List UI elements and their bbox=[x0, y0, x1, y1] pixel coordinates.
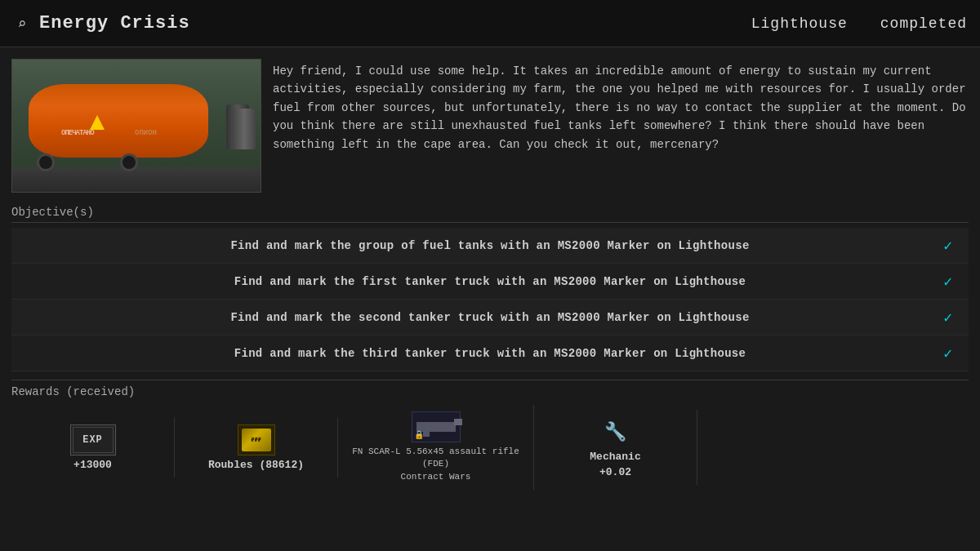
header: ⌕ Energy Crisis Lighthouse completed bbox=[0, 0, 980, 47]
objective-text-1: Find and mark the group of fuel tanks wi… bbox=[230, 239, 749, 252]
lock-icon: 🔒 bbox=[414, 430, 424, 440]
header-right: Lighthouse completed bbox=[751, 16, 967, 32]
objective-row: Find and mark the second tanker truck wi… bbox=[11, 300, 969, 335]
quest-description: Hey friend, I could use some help. It ta… bbox=[273, 59, 969, 193]
quest-search-icon: ⌕ bbox=[13, 15, 31, 33]
objective-check-3: ✓ bbox=[943, 309, 952, 327]
exp-icon: EXP bbox=[70, 424, 116, 455]
roubles-bills-icon: ₽₽₽ bbox=[242, 429, 271, 451]
gun-name: FN SCAR-L 5.56x45 assault rifle (FDE) Co… bbox=[345, 446, 527, 483]
objectives-section: Objective(s) Find and mark the group of … bbox=[11, 206, 969, 371]
reward-gun: 🔒 FN SCAR-L 5.56x45 assault rifle (FDE) … bbox=[338, 405, 534, 490]
header-left: ⌕ Energy Crisis bbox=[13, 13, 190, 33]
exp-value: +13000 bbox=[74, 459, 112, 471]
objective-text-2: Find and mark the first tanker truck wit… bbox=[234, 275, 746, 288]
roubles-label: Roubles (88612) bbox=[208, 459, 304, 471]
objective-text-4: Find and mark the third tanker truck wit… bbox=[234, 347, 746, 360]
quest-intro: ОПЕЧАТАНО ОПИОН Hey friend, I could use … bbox=[11, 59, 969, 193]
objective-check-1: ✓ bbox=[943, 237, 952, 255]
objective-row: Find and mark the group of fuel tanks wi… bbox=[11, 228, 969, 264]
gun-icon: 🔒 bbox=[412, 411, 461, 442]
quest-image: ОПЕЧАТАНО ОПИОН bbox=[11, 59, 261, 193]
mechanic-icon: 🔧 bbox=[597, 416, 635, 447]
quest-status: completed bbox=[880, 16, 967, 32]
objective-row: Find and mark the first tanker truck wit… bbox=[11, 264, 969, 300]
objective-check-4: ✓ bbox=[943, 344, 952, 362]
objective-check-2: ✓ bbox=[943, 273, 952, 291]
reward-exp: EXP +13000 bbox=[11, 418, 175, 478]
objective-row: Find and mark the third tanker truck wit… bbox=[11, 335, 969, 371]
rewards-items: EXP +13000 ₽₽₽ Roubles (88612) 🔒 bbox=[11, 405, 969, 490]
objective-text-3: Find and mark the second tanker truck wi… bbox=[230, 311, 749, 324]
reward-roubles: ₽₽₽ Roubles (88612) bbox=[175, 418, 338, 478]
objectives-label: Objective(s) bbox=[11, 206, 969, 223]
mechanic-value: +0.02 bbox=[599, 466, 631, 478]
exp-label: EXP bbox=[82, 434, 103, 446]
quest-title: Energy Crisis bbox=[39, 13, 190, 33]
mechanic-name: Mechanic bbox=[590, 451, 640, 463]
roubles-icon: ₽₽₽ bbox=[238, 424, 275, 455]
reward-mechanic: 🔧 Mechanic +0.02 bbox=[534, 410, 697, 485]
main-content: ОПЕЧАТАНО ОПИОН Hey friend, I could use … bbox=[0, 47, 980, 490]
quest-location: Lighthouse bbox=[751, 16, 848, 32]
rewards-section: Rewards (received) EXP +13000 ₽₽₽ Rouble… bbox=[11, 380, 969, 490]
rewards-label: Rewards (received) bbox=[11, 385, 969, 398]
